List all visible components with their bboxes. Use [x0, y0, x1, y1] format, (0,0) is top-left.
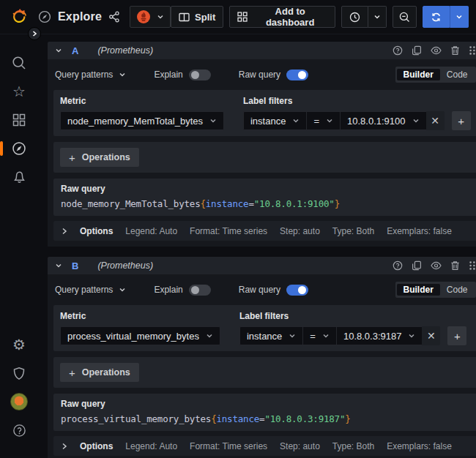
- hide-response-eye-icon[interactable]: [431, 46, 442, 55]
- zoom-out-button[interactable]: [393, 6, 417, 28]
- raw-query-toggle[interactable]: [286, 70, 308, 80]
- bell-icon: [12, 170, 26, 184]
- explain-toggle[interactable]: [189, 285, 211, 296]
- options-row[interactable]: Options Legend: Auto Format: Time series…: [53, 436, 476, 456]
- run-query-caret-button[interactable]: [450, 6, 469, 28]
- query-row-a-header[interactable]: A (Prometheus): [48, 42, 476, 59]
- options-title: Options: [80, 441, 113, 451]
- code-mode-button[interactable]: Code: [440, 284, 475, 296]
- editor-mode-group: Builder Code: [395, 282, 476, 298]
- duplicate-query-icon[interactable]: [412, 260, 422, 271]
- star-icon: ☆: [12, 84, 26, 99]
- metric-filters-card: Metric node_memory_MemTotal_bytes Label …: [53, 90, 476, 136]
- query-patterns-dropdown[interactable]: Query patterns: [55, 70, 126, 80]
- query-patterns-label: Query patterns: [55, 70, 113, 80]
- sidebar-item-search[interactable]: [4, 50, 34, 75]
- metric-select-value: node_memory_MemTotal_bytes: [67, 116, 203, 127]
- sidebar-item-starred[interactable]: ☆: [4, 79, 34, 104]
- split-button[interactable]: Split: [171, 6, 223, 28]
- remove-query-trash-icon[interactable]: [450, 260, 460, 271]
- raw-value: "10.8.0.1:9100": [254, 198, 335, 209]
- explain-toggle[interactable]: [189, 70, 211, 80]
- share-icon[interactable]: [108, 11, 120, 23]
- query-help-icon[interactable]: [393, 45, 403, 56]
- sidebar-item-server-admin[interactable]: [4, 361, 34, 386]
- sidebar-expand-button[interactable]: [28, 27, 41, 40]
- duplicate-query-icon[interactable]: [412, 45, 422, 56]
- metric-select[interactable]: process_virtual_memory_bytes: [60, 326, 220, 345]
- sidebar-item-dashboards[interactable]: [4, 108, 34, 132]
- option-legend: Legend: Auto: [125, 441, 177, 451]
- sidebar-item-profile[interactable]: [4, 389, 34, 414]
- raw-query-toggle[interactable]: [286, 285, 308, 296]
- hide-response-eye-icon[interactable]: [431, 261, 442, 270]
- operations-card: + Operations: [53, 142, 476, 173]
- builder-mode-button[interactable]: Builder: [397, 284, 440, 296]
- drag-handle-icon[interactable]: [469, 45, 476, 56]
- operations-label: Operations: [82, 367, 130, 378]
- plus-icon: +: [69, 367, 75, 379]
- raw-equals: =: [248, 198, 253, 209]
- filter-operator-value: =: [313, 116, 319, 127]
- collapse-chevron-icon[interactable]: [55, 262, 62, 269]
- filter-operator-select[interactable]: =: [306, 111, 340, 130]
- chevron-right-icon: [62, 443, 67, 450]
- add-to-dashboard-label: Add to dashboard: [253, 6, 327, 28]
- raw-query-label: Raw query: [239, 70, 280, 80]
- chevron-down-icon: [157, 13, 164, 20]
- filter-operator-select[interactable]: =: [302, 326, 336, 345]
- collapse-chevron-icon[interactable]: [55, 47, 62, 54]
- add-to-dashboard-button[interactable]: Add to dashboard: [229, 6, 335, 28]
- filter-key-select[interactable]: instance: [239, 326, 302, 345]
- sidebar-item-alerting[interactable]: [4, 165, 34, 189]
- filter-operator-value: =: [310, 331, 316, 342]
- raw-query-label: Raw query: [239, 285, 280, 295]
- filter-value-select[interactable]: 10.8.0.1:9100: [340, 111, 426, 130]
- sidebar-item-explore[interactable]: [4, 136, 34, 161]
- builder-mode-button[interactable]: Builder: [397, 69, 440, 80]
- raw-close-brace: }: [345, 413, 350, 424]
- query-toolbar: Query patterns Explain Raw query Builder…: [55, 281, 476, 299]
- grafana-logo[interactable]: [0, 7, 38, 26]
- plus-icon: +: [69, 151, 75, 164]
- label-filters-label: Label filters: [239, 311, 467, 321]
- sidebar-item-help[interactable]: [4, 418, 34, 443]
- raw-label: instance: [216, 413, 259, 424]
- chevron-right-icon: [62, 228, 67, 235]
- filter-key-select[interactable]: instance: [243, 111, 306, 130]
- top-nav: Explore: [0, 0, 476, 34]
- metric-select[interactable]: node_memory_MemTotal_bytes: [60, 111, 224, 130]
- metric-field-label: Metric: [60, 311, 220, 321]
- option-format: Format: Time series: [190, 226, 267, 236]
- add-filter-button[interactable]: +: [452, 111, 471, 130]
- add-operation-button[interactable]: + Operations: [60, 363, 139, 382]
- raw-query-card: Raw query node_memory_MemTotal_bytes{ins…: [53, 179, 476, 216]
- query-patterns-dropdown[interactable]: Query patterns: [55, 285, 126, 295]
- raw-label: instance: [206, 198, 249, 209]
- drag-handle-icon[interactable]: [469, 260, 476, 271]
- prometheus-icon: [136, 10, 151, 24]
- code-mode-button[interactable]: Code: [440, 69, 475, 80]
- run-query-button[interactable]: [423, 6, 450, 28]
- remove-filter-button[interactable]: ✕: [426, 111, 445, 130]
- remove-filter-button[interactable]: ✕: [422, 326, 440, 345]
- apps-icon: [237, 12, 248, 22]
- time-picker-caret-button[interactable]: [368, 6, 387, 28]
- raw-value: "10.8.0.3:9187": [264, 413, 345, 424]
- add-filter-button[interactable]: +: [447, 326, 466, 345]
- time-picker-button[interactable]: [341, 6, 368, 28]
- options-row[interactable]: Options Legend: Auto Format: Time series…: [53, 221, 476, 241]
- add-operation-button[interactable]: + Operations: [60, 148, 139, 167]
- remove-query-trash-icon[interactable]: [450, 45, 460, 56]
- filter-value-select[interactable]: 10.8.0.3:9187: [336, 326, 423, 345]
- explore-main: A (Prometheus): [38, 34, 476, 458]
- run-query-split-button: [423, 6, 469, 28]
- filter-key-value: instance: [247, 331, 282, 342]
- sidebar-item-configuration[interactable]: ⚙: [4, 332, 34, 357]
- raw-metric: node_memory_MemTotal_bytes: [61, 198, 200, 209]
- search-icon: [12, 56, 26, 70]
- query-help-icon[interactable]: [393, 260, 403, 271]
- datasource-picker[interactable]: [130, 6, 171, 28]
- query-row-b-header[interactable]: B (Prometheus): [48, 257, 476, 274]
- option-format: Format: Time series: [190, 441, 267, 451]
